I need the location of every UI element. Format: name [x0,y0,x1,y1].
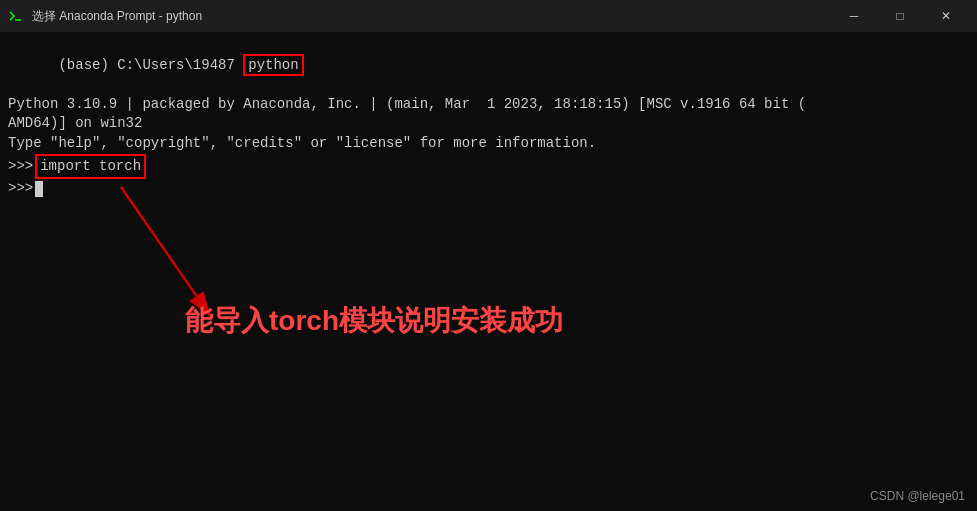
terminal-icon [8,8,24,24]
python-highlight: python [243,54,303,76]
terminal-line-2: Python 3.10.9 | packaged by Anaconda, In… [8,95,969,115]
window-title: 选择 Anaconda Prompt - python [32,8,202,25]
terminal-window: 选择 Anaconda Prompt - python ─ □ ✕ (base)… [0,0,977,511]
terminal-cursor [35,181,43,197]
window-controls: ─ □ ✕ [831,0,969,32]
close-button[interactable]: ✕ [923,0,969,32]
terminal-body[interactable]: (base) C:\Users\19487 python Python 3.10… [0,32,977,511]
terminal-line-6: >>> [8,179,969,199]
base-prompt: (base) C:\Users\19487 [58,57,243,73]
terminal-line-5: >>> import torch [8,154,969,180]
svg-rect-0 [8,8,24,24]
prompt-symbol-1: >>> [8,157,33,177]
svg-line-3 [121,187,211,317]
watermark: CSDN @lelege01 [870,489,965,503]
import-torch-command: import torch [35,154,146,180]
terminal-line-3: AMD64)] on win32 [8,114,969,134]
minimize-button[interactable]: ─ [831,0,877,32]
terminal-line-4: Type "help", "copyright", "credits" or "… [8,134,969,154]
maximize-button[interactable]: □ [877,0,923,32]
title-bar: 选择 Anaconda Prompt - python ─ □ ✕ [0,0,977,32]
prompt-symbol-2: >>> [8,179,33,199]
title-bar-left: 选择 Anaconda Prompt - python [8,8,202,25]
annotation-text: 能导入torch模块说明安装成功 [185,302,563,340]
terminal-line-1: (base) C:\Users\19487 python [8,36,969,95]
